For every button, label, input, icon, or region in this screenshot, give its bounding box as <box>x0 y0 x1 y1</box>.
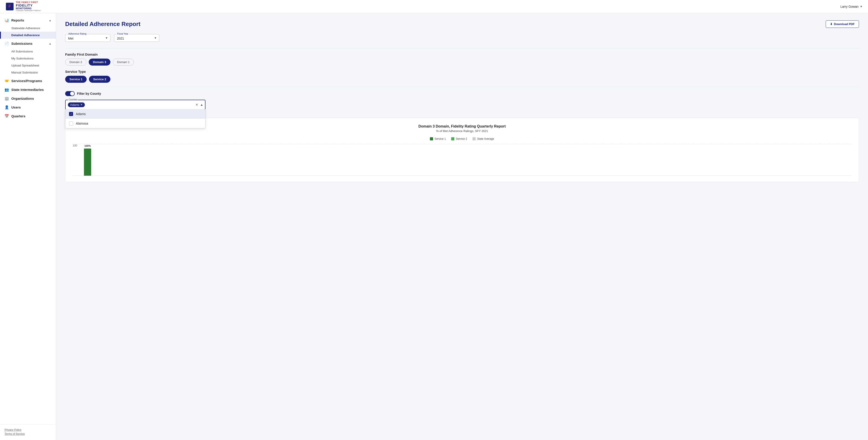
counties-box[interactable]: Counties Adams ✕ ✕ ▲ <box>65 100 206 110</box>
download-icon: ⬇ <box>830 22 833 26</box>
filter-by-county-label: Filter by County <box>77 92 101 95</box>
privacy-policy-link[interactable]: Privacy Policy <box>4 428 51 431</box>
svg-text:F: F <box>9 4 11 9</box>
submissions-submenu: All Submissions My Submissions Upload Sp… <box>0 48 56 76</box>
dropdown-item-adams[interactable]: ✓ Adams <box>65 109 205 119</box>
bar-service1-q1: 100% <box>84 148 91 176</box>
dropdown-item-alamosa[interactable]: Alamosa <box>65 119 205 128</box>
domain-chip-0[interactable]: Domain 2 <box>65 59 87 66</box>
chevron-up-icon-2: ▲ <box>49 42 51 45</box>
nav-section-submissions: 📄 Submissions ▲ All Submissions My Submi… <box>0 39 56 76</box>
sidebar-quarters-label: Quarters <box>11 114 26 118</box>
counties-section: Counties Adams ✕ ✕ ▲ ✓ <box>65 100 206 110</box>
chart-legend: Service 1 Service 2 State Average <box>73 137 851 140</box>
filter-by-county-toggle-row: Filter by County <box>65 91 859 96</box>
sidebar-item-organizations[interactable]: 🏢 Organizations <box>0 94 56 103</box>
user-menu[interactable]: Larry Gowan ▼ <box>840 5 863 8</box>
user-icon: 👤 <box>4 105 9 109</box>
toggle-knob <box>70 92 74 96</box>
section-divider-2 <box>65 87 859 87</box>
legend-item-service2: Service 2 <box>451 137 467 140</box>
reports-submenu: Statewide Adherence Detailed Adherence <box>0 25 56 39</box>
logo-icon: F <box>5 2 14 11</box>
service-type-chips-row: Service 1 Service 2 <box>65 76 859 83</box>
layout: 📊 Reports ▲ Statewide Adherence Detailed… <box>0 13 868 440</box>
download-pdf-button[interactable]: ⬇ Download PDF <box>826 20 859 28</box>
download-label: Download PDF <box>834 22 855 26</box>
main-content: Detailed Adherence Report ⬇ Download PDF… <box>56 13 868 440</box>
counties-label: Counties <box>68 98 78 101</box>
legend-item-state-avg: State Average <box>472 137 494 140</box>
counties-actions: ✕ ▲ <box>195 103 203 106</box>
terms-of-service-link[interactable]: Terms of Service <box>4 432 51 436</box>
sidebar-item-quarters[interactable]: 📅 Quarters <box>0 112 56 121</box>
sidebar-intermediaries-label: State Intermediaries <box>11 88 44 92</box>
logo-text: THE FAMILY FIRST FIDELITY MONITORING Col… <box>16 1 41 12</box>
county-tag-label: Adams <box>70 103 79 106</box>
sidebar-item-reports[interactable]: 📊 Reports ▲ <box>0 16 56 25</box>
section-divider-1 <box>65 48 859 48</box>
page-title: Detailed Adherence Report <box>65 21 141 28</box>
intermediaries-icon: 👥 <box>4 88 9 92</box>
county-tag-adams: Adams ✕ <box>68 102 85 107</box>
domain-chip-1[interactable]: Domain 3 <box>89 59 111 66</box>
chart-bars: 100% <box>84 148 91 176</box>
sidebar-item-submissions[interactable]: 📄 Submissions ▲ <box>0 39 56 48</box>
sidebar-item-manual-submission[interactable]: Manual Submission <box>0 69 56 76</box>
chart-topline <box>73 144 851 144</box>
sidebar-item-state-intermediaries[interactable]: 👥 State Intermediaries <box>0 85 56 94</box>
sidebar-submissions-label: Submissions <box>11 42 32 45</box>
bar-chart-icon: 📊 <box>4 18 9 22</box>
sidebar-item-detailed-adherence[interactable]: Detailed Adherence <box>0 32 56 39</box>
document-icon: 📄 <box>4 41 9 46</box>
chevron-up-icon: ▲ <box>49 19 51 22</box>
services-icon: 🤝 <box>4 79 9 83</box>
legend-label-service2: Service 2 <box>456 137 467 140</box>
domain-chips-row: Domain 2 Domain 3 Domain 1 <box>65 59 859 66</box>
legend-item-service1: Service 1 <box>430 137 446 140</box>
logo-line2: FIDELITY <box>16 4 41 7</box>
sidebar-item-statewide-adherence[interactable]: Statewide Adherence <box>0 25 56 32</box>
service-chip-1[interactable]: Service 2 <box>89 76 111 83</box>
chevron-down-icon: ▼ <box>860 5 863 8</box>
sidebar-item-services-programs[interactable]: 🤝 Services/Programs <box>0 76 56 85</box>
family-first-domain-section: Family First Domain Domain 2 Domain 3 Do… <box>65 53 859 66</box>
family-first-domain-label: Family First Domain <box>65 53 859 56</box>
adherence-label: Adherence Rating <box>68 33 87 35</box>
county-tag-remove-icon[interactable]: ✕ <box>80 103 83 106</box>
logo-line4: Colorado Statewide Platform <box>16 10 41 12</box>
sidebar-services-label: Services/Programs <box>11 79 42 83</box>
check-icon: ✓ <box>70 112 72 115</box>
sidebar-reports-label: Reports <box>11 18 24 22</box>
checkbox-alamosa <box>69 122 73 126</box>
filter-row: Adherence Rating Met ▼ Fiscal Year 2021 … <box>65 34 859 42</box>
adherence-value: Met <box>68 37 102 40</box>
dropdown-item-label-alamosa: Alamosa <box>76 122 88 125</box>
service-chip-0[interactable]: Service 1 <box>65 76 87 83</box>
fiscal-year-select[interactable]: Fiscal Year 2021 ▼ <box>114 34 159 42</box>
user-name: Larry Gowan <box>840 5 859 8</box>
fiscal-year-chevron-icon: ▼ <box>154 36 157 40</box>
org-icon: 🏢 <box>4 96 9 101</box>
chart-subtitle: % of Met Adherence Ratings, SFY 2021 <box>73 129 851 133</box>
adherence-rating-select[interactable]: Adherence Rating Met ▼ <box>65 34 111 42</box>
sidebar-item-upload-spreadsheet[interactable]: Upload Spreadsheet <box>0 62 56 69</box>
dropdown-item-label-adams: Adams <box>76 112 86 116</box>
counties-expand-icon[interactable]: ▲ <box>200 103 203 106</box>
legend-color-service1 <box>430 137 433 140</box>
domain-chip-2[interactable]: Domain 1 <box>113 59 134 66</box>
sidebar-item-users[interactable]: 👤 Users <box>0 103 56 112</box>
sidebar-item-all-submissions[interactable]: All Submissions <box>0 48 56 55</box>
sidebar-nav: 📊 Reports ▲ Statewide Adherence Detailed… <box>0 13 56 425</box>
sidebar-item-my-submissions[interactable]: My Submissions <box>0 55 56 62</box>
quarters-icon: 📅 <box>4 114 9 118</box>
legend-color-service2 <box>451 137 454 140</box>
service-type-section: Service Type Service 1 Service 2 <box>65 70 859 83</box>
filter-by-county-toggle[interactable] <box>65 91 75 96</box>
logo-area: F THE FAMILY FIRST FIDELITY MONITORING C… <box>5 1 41 12</box>
checkbox-adams: ✓ <box>69 112 73 116</box>
sidebar-footer: Privacy Policy Terms of Service <box>0 425 56 440</box>
counties-clear-icon[interactable]: ✕ <box>195 103 198 106</box>
adherence-chevron-icon: ▼ <box>105 36 108 40</box>
fiscal-year-value: 2021 <box>117 37 151 40</box>
